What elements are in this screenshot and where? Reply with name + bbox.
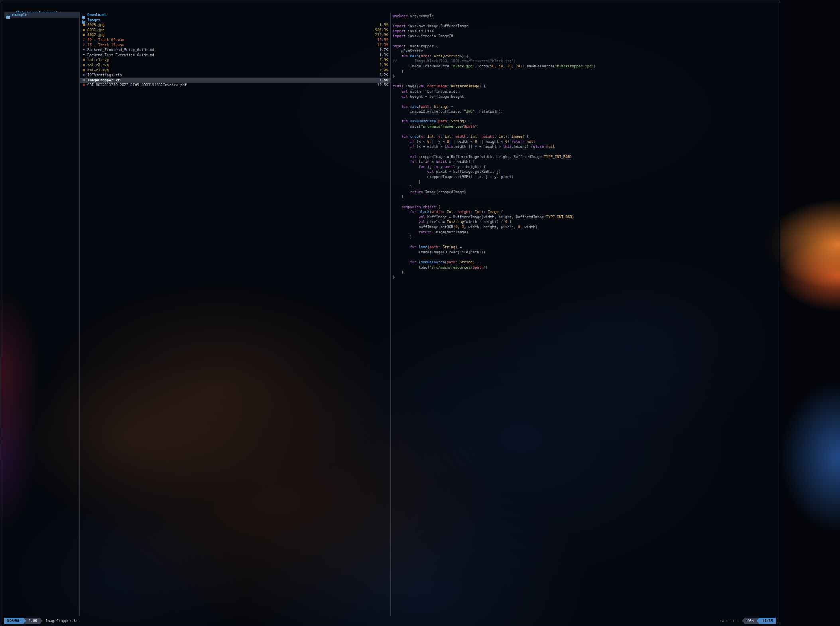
file-row[interactable]: ≡Backend_Test_Execution_Guide.md1.3K — [80, 53, 390, 58]
file-list-pane: DownloadsImages▦0028.jpg1.3M▦0031.jpg586… — [80, 12, 390, 616]
powerline-separator-icon — [23, 618, 26, 624]
image-icon: ▦ — [82, 32, 86, 38]
file-row[interactable]: Downloads — [80, 12, 390, 18]
code-line: val height = buffImage.height — [393, 94, 776, 99]
code-line: } — [393, 180, 776, 185]
file-size: 5.2K — [379, 73, 388, 78]
code-line: val width = buffImage.width — [393, 89, 776, 94]
file-row[interactable]: ▧cal-c1.svg2.9K — [80, 57, 390, 63]
kotlin-icon: ▤ — [82, 78, 86, 83]
code-line: return Image(buffImage) — [393, 230, 776, 235]
code-line: fun load(path: String) = — [393, 245, 776, 250]
file-size: 15.3M — [377, 38, 388, 43]
file-name: 0028.jpg — [87, 22, 376, 28]
pdf-icon: ▥ — [82, 83, 86, 88]
panes-container: example DownloadsImages▦0028.jpg1.3M▦003… — [4, 12, 776, 616]
file-row[interactable]: ▤ImageCropper.kt1.6K — [80, 78, 390, 83]
code-line — [393, 19, 776, 24]
file-row[interactable]: example — [4, 12, 79, 18]
file-row[interactable]: ▧cal-c2.svg2.9K — [80, 63, 390, 68]
file-name: cal-c2.svg — [87, 63, 376, 68]
file-name: 0031.jpg — [87, 28, 372, 33]
code-line: buffImage.setRGB(0, 0, width, height, pi… — [393, 225, 776, 230]
code-line — [393, 199, 776, 205]
audio-icon: ♪ — [82, 38, 86, 43]
code-line: class Image(val buffImage: BufferedImage… — [393, 84, 776, 89]
file-size: 1.6K — [379, 78, 388, 83]
preview-pane: package org.example import java.awt.imag… — [391, 12, 776, 616]
code-line: return Image(croppedImage) — [393, 190, 776, 195]
file-permissions: -rw-r--r-- — [717, 618, 739, 624]
status-right: -rw-r--r-- 93% 14/15 — [717, 618, 776, 624]
code-line: if (x < 0 || y < 0 || width < 0 || heigh… — [393, 139, 776, 144]
code-line: } — [393, 74, 776, 79]
powerline-separator-icon — [757, 618, 759, 624]
svg-icon: ▧ — [82, 68, 86, 73]
file-row[interactable]: Images — [80, 18, 390, 23]
image-icon: ▦ — [82, 22, 86, 28]
code-preview: package org.example import java.awt.imag… — [391, 12, 776, 280]
file-row[interactable]: ♪09 - Track 09.wav15.3M — [80, 38, 390, 43]
markdown-icon: ≡ — [82, 53, 86, 58]
code-line: Image(ImageIO.read(File(path))) — [393, 250, 776, 255]
file-name: IDEAsettings.zip — [87, 73, 376, 78]
code-line: fun crop(x: Int, y: Int, width: Int, hei… — [393, 134, 776, 139]
code-line: val pixel = buffImage.getRGB(i, j) — [393, 169, 776, 174]
file-size-badge: 1.6K — [26, 618, 40, 624]
code-line — [393, 255, 776, 260]
code-line: load("src/main/resources/$path") — [393, 265, 776, 270]
code-line — [393, 114, 776, 119]
file-row[interactable]: ▦0042.jpg212.9K — [80, 32, 390, 38]
code-line: fun black(width: Int, height: Int): Imag… — [393, 209, 776, 215]
markdown-icon: ≡ — [82, 47, 86, 53]
file-row[interactable]: ▦0031.jpg586.3K — [80, 28, 390, 33]
code-line — [393, 149, 776, 154]
parent-directory-pane: example — [4, 12, 79, 616]
file-size: 1.3M — [379, 22, 388, 28]
terminal-window: ~/Data/example/example example Downloads… — [0, 0, 780, 626]
code-line: croppedImage.setRGB(i - x, j - y, pixel) — [393, 174, 776, 180]
cursor-position-badge: 14/15 — [759, 618, 776, 624]
file-row[interactable]: ▦0028.jpg1.3M — [80, 22, 390, 28]
file-size: 12.5K — [377, 83, 388, 88]
code-line — [393, 240, 776, 245]
file-size: 2.9K — [379, 57, 388, 63]
code-line: } — [393, 235, 776, 240]
file-size: 15.3M — [377, 43, 388, 48]
code-line: import java.io.File — [393, 29, 776, 34]
code-line: ImageIO.write(buffImage, "JPG", File(pat… — [393, 109, 776, 114]
code-line: } — [393, 270, 776, 275]
file-name: ImageCropper.kt — [87, 78, 376, 83]
file-row[interactable]: ▥SBI_0032013739_2023_DE05_0003155631Invo… — [80, 83, 390, 88]
file-size: 1.7K — [379, 47, 388, 53]
file-size: 2.9K — [379, 63, 388, 68]
file-name: cal-c3.svg — [87, 68, 376, 73]
file-row[interactable]: ≡Backend_Frontend_Setup_Guide.md1.7K — [80, 47, 390, 53]
code-line: val pixels = IntArray(width * height) { … — [393, 219, 776, 225]
file-name: example — [12, 12, 74, 18]
file-row[interactable]: ▧cal-c3.svg2.9K — [80, 68, 390, 73]
code-line: } — [393, 275, 776, 280]
status-bar: NORMAL 1.6K ImageCropper.kt -rw-r--r-- 9… — [4, 618, 776, 624]
code-line: companion object { — [393, 205, 776, 210]
audio-icon: ♪ — [82, 43, 86, 48]
powerline-separator-icon — [40, 618, 43, 624]
svg-icon: ▧ — [82, 57, 86, 63]
file-name: 09 - Track 09.wav — [87, 38, 374, 43]
code-line: object ImageCropper { — [393, 44, 776, 49]
file-name: Backend_Frontend_Setup_Guide.md — [87, 47, 376, 53]
code-line: } — [393, 69, 776, 74]
powerline-separator-icon — [742, 618, 745, 624]
scroll-percent-badge: 93% — [745, 618, 757, 624]
code-line: @JvmStatic — [393, 49, 776, 54]
archive-icon: ◆ — [82, 73, 86, 78]
code-line: save("src/main/resources/$path") — [393, 124, 776, 129]
code-line — [393, 79, 776, 84]
file-size: 212.9K — [375, 32, 388, 38]
breadcrumb: ~/Data/example/example — [4, 2, 776, 9]
code-line: } — [393, 184, 776, 190]
code-line — [393, 39, 776, 44]
file-row[interactable]: ◆IDEAsettings.zip5.2K — [80, 73, 390, 78]
mode-badge: NORMAL — [4, 618, 23, 624]
file-row[interactable]: ♪15 - Track 15.wav15.3M — [80, 43, 390, 48]
